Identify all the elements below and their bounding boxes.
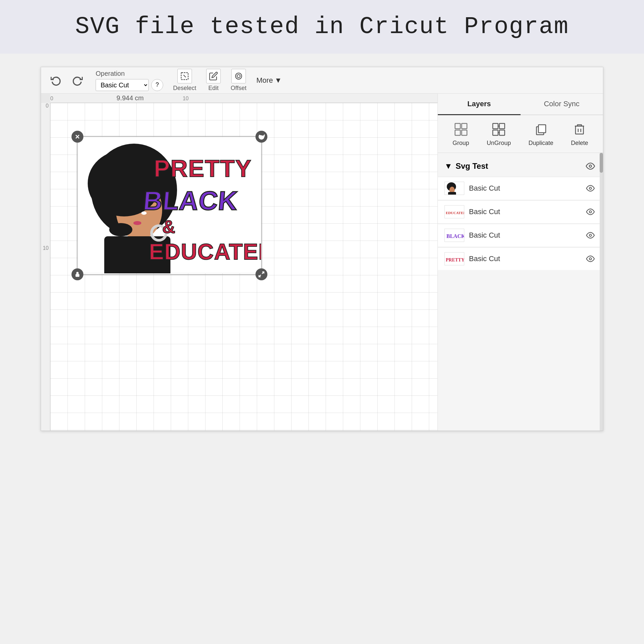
group-button[interactable]: Group	[453, 121, 469, 147]
layers-list: ▼ Svg Test	[438, 153, 603, 431]
svg-point-2	[236, 73, 242, 79]
more-arrow-icon: ▼	[275, 76, 282, 85]
selection-box	[77, 136, 262, 275]
panel-actions: Group U	[438, 115, 603, 153]
ungroup-label: UnGroup	[487, 140, 511, 147]
ruler-left: 0 10	[41, 103, 50, 431]
undo-button[interactable]	[48, 72, 64, 89]
deselect-icon-box	[177, 69, 192, 83]
tab-color-sync[interactable]: Color Sync	[521, 94, 603, 115]
svg-text:EDUCATED: EDUCATED	[446, 211, 464, 215]
layer-eye-3[interactable]	[584, 229, 596, 241]
right-panel: Layers Color Sync	[437, 94, 603, 431]
layer-eye-4[interactable]	[584, 253, 596, 265]
svg-point-47	[589, 258, 592, 260]
lock-handle[interactable]	[71, 268, 83, 280]
tab-layers[interactable]: Layers	[438, 94, 521, 115]
svg-rect-23	[462, 123, 467, 129]
group-icon	[453, 121, 469, 138]
layer-name-4: Basic Cut	[469, 254, 580, 263]
canvas-area: 0 10 0 10 9.944 cm 6.65 cm	[41, 94, 437, 431]
ruler-top-0: 0	[50, 96, 53, 102]
header-title: SVG file tested in Cricut Program	[20, 13, 624, 40]
ruler-top-10: 10	[183, 96, 189, 102]
toolbar-history	[48, 72, 86, 89]
svg-point-41	[589, 187, 592, 190]
redo-button[interactable]	[69, 72, 86, 89]
ungroup-button[interactable]: UnGroup	[487, 121, 511, 147]
scrollbar-thumb[interactable]	[600, 153, 603, 173]
operation-select[interactable]: Basic Cut	[96, 79, 149, 91]
svg-rect-28	[493, 130, 498, 135]
svg-line-1	[184, 75, 186, 77]
layer-thumb-4: PRETTY	[444, 252, 464, 265]
offset-icon-box	[231, 69, 246, 83]
svg-point-37	[589, 165, 592, 167]
more-button[interactable]: More ▼	[256, 76, 282, 85]
offset-action[interactable]: Offset	[231, 69, 247, 92]
layer-item[interactable]: Basic Cut	[438, 177, 603, 200]
duplicate-icon	[533, 121, 549, 138]
layer-item[interactable]: EDUCATED Basic Cut	[438, 200, 603, 223]
ruler-left-0: 0	[46, 103, 49, 109]
layer-eye-2[interactable]	[584, 206, 596, 218]
delete-label: Delete	[571, 140, 588, 147]
deselect-label: Deselect	[173, 85, 196, 92]
width-measurement: 9.944 cm	[116, 94, 144, 102]
layer-name-1: Basic Cut	[469, 184, 580, 193]
duplicate-label: Duplicate	[529, 140, 553, 147]
header-banner: SVG file tested in Cricut Program	[0, 0, 644, 54]
ungroup-icon	[490, 121, 507, 138]
layer-group-header[interactable]: ▼ Svg Test	[438, 156, 603, 176]
operation-dropdown: Basic Cut ?	[96, 79, 163, 91]
edit-icon-box	[206, 69, 221, 83]
operation-label: Operation	[96, 70, 163, 77]
ruler-top: 0 10	[50, 94, 437, 103]
svg-point-45	[589, 234, 592, 237]
rotate-handle[interactable]	[255, 131, 267, 143]
group-eye-icon[interactable]	[584, 160, 596, 172]
toolbar: Operation Basic Cut ? Deselect	[41, 67, 603, 94]
svg-point-3	[237, 74, 240, 77]
close-handle[interactable]	[71, 131, 83, 143]
layer-item[interactable]: PRETTY Basic Cut	[438, 247, 603, 270]
svg-rect-40	[448, 192, 456, 195]
layer-item[interactable]: BLACK Basic Cut	[438, 224, 603, 247]
svg-rect-34	[575, 126, 583, 134]
layer-thumb-2: EDUCATED	[444, 205, 464, 218]
duplicate-button[interactable]: Duplicate	[529, 121, 553, 147]
canvas-grid: 9.944 cm 6.65 cm	[50, 103, 437, 431]
group-name: Svg Test	[456, 161, 488, 171]
layer-thumb-1	[444, 182, 464, 195]
panel-tabs: Layers Color Sync	[438, 94, 603, 115]
svg-text:BLACK: BLACK	[446, 233, 464, 239]
offset-label: Offset	[231, 85, 247, 92]
layer-name-2: Basic Cut	[469, 207, 580, 216]
group-label: Group	[453, 140, 469, 147]
edit-action[interactable]: Edit	[206, 69, 221, 92]
operation-section: Operation Basic Cut ?	[96, 70, 163, 91]
svg-rect-33	[538, 125, 546, 133]
scrollbar[interactable]	[600, 153, 603, 431]
svg-rect-29	[499, 130, 505, 135]
ruler-left-10: 10	[43, 245, 49, 251]
svg-rect-24	[455, 130, 460, 135]
edit-label: Edit	[208, 85, 219, 92]
svg-text:PRETTY: PRETTY	[446, 257, 464, 262]
main-area: 0 10 0 10 9.944 cm 6.65 cm	[41, 94, 603, 431]
app-container: Operation Basic Cut ? Deselect	[41, 67, 603, 431]
svg-rect-27	[499, 123, 505, 129]
layer-eye-1[interactable]	[584, 182, 596, 194]
svg-rect-19	[75, 274, 79, 277]
svg-rect-25	[462, 130, 467, 135]
layer-thumb-3: BLACK	[444, 229, 464, 242]
help-button[interactable]: ?	[151, 79, 163, 91]
delete-button[interactable]: Delete	[571, 121, 588, 147]
deselect-action[interactable]: Deselect	[173, 69, 196, 92]
group-arrow-icon: ▼	[444, 161, 452, 171]
svg-rect-22	[455, 123, 460, 129]
more-label: More	[256, 76, 273, 85]
page-wrapper: SVG file tested in Cricut Program	[0, 0, 644, 644]
resize-handle[interactable]	[255, 268, 267, 280]
svg-point-43	[589, 211, 592, 213]
